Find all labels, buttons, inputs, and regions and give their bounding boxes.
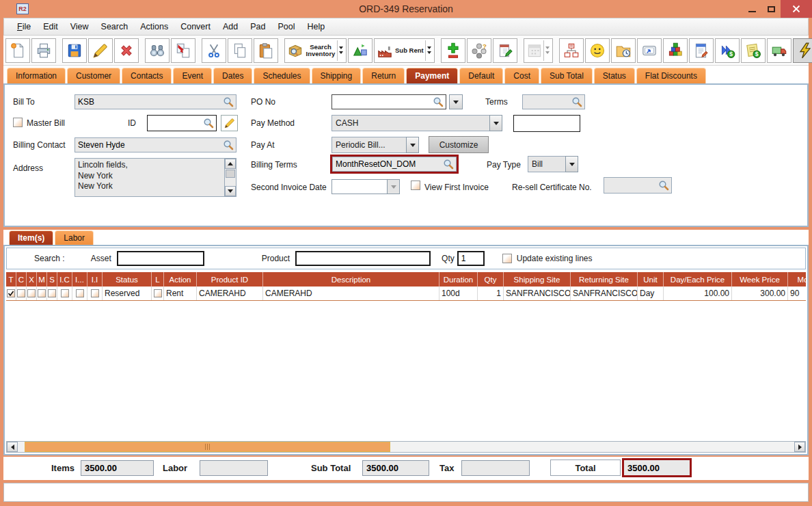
table-row[interactable]: Reserved Rent CAMERAHD CAMERAHD 100d 1 S… xyxy=(6,287,806,301)
checkbox[interactable] xyxy=(38,289,46,297)
copy-button[interactable] xyxy=(228,38,252,63)
minimize-button[interactable] xyxy=(742,0,761,18)
master-bill-checkbox[interactable] xyxy=(13,118,23,127)
customer-smiley-button[interactable] xyxy=(585,38,610,63)
col-description[interactable]: Description xyxy=(263,272,439,287)
checkbox[interactable] xyxy=(61,289,69,297)
search-inventory-button[interactable]: Search Inventory xyxy=(284,38,347,63)
search-icon[interactable] xyxy=(223,96,234,107)
invoice-button[interactable]: $ xyxy=(741,38,766,63)
delivery-button[interactable] xyxy=(767,38,791,63)
tab-labor[interactable]: Labor xyxy=(55,230,94,245)
close-button[interactable] xyxy=(781,0,812,18)
tab-shipping[interactable]: Shipping xyxy=(312,68,362,83)
scroll-right-button[interactable] xyxy=(794,442,805,452)
quick-actions-button[interactable] xyxy=(793,38,812,63)
shortcut-key-button[interactable] xyxy=(637,38,662,63)
col-returning-site[interactable]: Returning Site xyxy=(571,272,638,287)
pay-method-extra-input[interactable] xyxy=(513,115,580,132)
col-i-dot[interactable]: I... xyxy=(72,272,87,287)
col-qty[interactable]: Qty xyxy=(478,272,504,287)
menu-view[interactable]: View xyxy=(64,20,95,34)
scrollbar-track[interactable] xyxy=(18,442,794,452)
scroll-down-button[interactable] xyxy=(225,186,236,196)
find-button[interactable] xyxy=(145,38,170,63)
product-input[interactable] xyxy=(295,251,431,266)
tab-information[interactable]: Information xyxy=(7,68,66,83)
scrollbar-thumb[interactable] xyxy=(25,442,390,452)
shapes-button[interactable] xyxy=(348,38,373,63)
col-month-price[interactable]: Month xyxy=(788,272,806,287)
col-shipping-site[interactable]: Shipping Site xyxy=(504,272,571,287)
save-button[interactable] xyxy=(62,38,87,63)
org-chart-button[interactable] xyxy=(559,38,584,63)
search-icon[interactable] xyxy=(443,159,454,170)
col-x[interactable]: X xyxy=(27,272,37,287)
po-no-input[interactable] xyxy=(331,94,446,109)
menu-convert[interactable]: Convert xyxy=(174,20,217,34)
notes-button[interactable] xyxy=(493,38,517,63)
scroll-left-button[interactable] xyxy=(7,442,18,452)
second-invoice-date-field[interactable] xyxy=(331,179,400,194)
col-status[interactable]: Status xyxy=(103,272,152,287)
checkbox[interactable] xyxy=(91,289,99,297)
menu-pad[interactable]: Pad xyxy=(244,20,271,34)
address-box[interactable]: Lincoln fields, New York New York xyxy=(75,158,236,197)
tab-cost[interactable]: Cost xyxy=(504,68,539,83)
dropdown-button[interactable] xyxy=(406,137,419,153)
pay-at-combo[interactable]: Periodic Bill... xyxy=(331,137,419,153)
col-unit[interactable]: Unit xyxy=(638,272,664,287)
payment-transfer-button[interactable]: $ xyxy=(715,38,740,63)
menu-search[interactable]: Search xyxy=(95,20,135,34)
col-action[interactable]: Action xyxy=(164,272,197,287)
col-s[interactable]: S xyxy=(47,272,57,287)
billing-contact-input[interactable] xyxy=(75,137,236,152)
col-product-id[interactable]: Product ID xyxy=(197,272,263,287)
col-duration[interactable]: Duration xyxy=(439,272,478,287)
pay-method-combo[interactable]: CASH xyxy=(331,115,502,131)
col-ic[interactable]: I.C xyxy=(57,272,72,287)
col-t[interactable]: T xyxy=(6,272,16,287)
horizontal-scrollbar[interactable] xyxy=(6,441,806,453)
bill-to-input[interactable] xyxy=(75,94,236,109)
search-icon[interactable] xyxy=(658,180,669,191)
tab-dates[interactable]: Dates xyxy=(213,68,252,83)
tab-payment[interactable]: Payment xyxy=(406,68,458,83)
tab-customer[interactable]: Customer xyxy=(67,68,120,83)
col-ii[interactable]: I.I xyxy=(87,272,103,287)
menu-pool[interactable]: Pool xyxy=(271,20,301,34)
update-existing-lines-checkbox[interactable] xyxy=(502,254,512,263)
tab-schedules[interactable]: Schedules xyxy=(254,68,310,83)
delete-button[interactable] xyxy=(114,38,139,63)
checkbox[interactable] xyxy=(76,289,84,297)
tab-sub-total[interactable]: Sub Total xyxy=(541,68,593,83)
print-button[interactable] xyxy=(31,38,56,63)
search-icon[interactable] xyxy=(433,96,444,107)
new-document-button[interactable] xyxy=(5,38,30,63)
dropdown-button[interactable] xyxy=(489,115,502,131)
scroll-up-button[interactable] xyxy=(225,159,236,169)
checkbox[interactable] xyxy=(27,289,36,297)
id-edit-button[interactable] xyxy=(221,115,238,131)
sub-rent-button[interactable]: Sub Rent xyxy=(374,38,435,63)
col-week-price[interactable]: Week Price xyxy=(732,272,788,287)
col-c[interactable]: C xyxy=(16,272,27,287)
customize-button[interactable]: Customize xyxy=(429,136,489,153)
tab-return[interactable]: Return xyxy=(362,68,405,83)
tab-contacts[interactable]: Contacts xyxy=(122,68,172,83)
menu-add[interactable]: Add xyxy=(217,20,244,34)
cut-button[interactable] xyxy=(202,38,226,63)
edit-button[interactable] xyxy=(88,38,113,63)
checkbox[interactable] xyxy=(48,289,56,297)
po-no-dropdown[interactable] xyxy=(449,94,463,109)
pay-type-combo[interactable]: Bill xyxy=(528,156,578,172)
menu-help[interactable]: Help xyxy=(301,20,331,34)
maximize-button[interactable] xyxy=(761,0,781,18)
sub-rent-dropdown[interactable] xyxy=(425,40,433,61)
checkbox[interactable] xyxy=(17,289,25,297)
asset-input[interactable] xyxy=(117,251,204,266)
paste-button[interactable] xyxy=(254,38,278,63)
tab-event[interactable]: Event xyxy=(173,68,212,83)
availability-button[interactable]: ? xyxy=(467,38,491,63)
menu-file[interactable]: File xyxy=(11,20,37,34)
